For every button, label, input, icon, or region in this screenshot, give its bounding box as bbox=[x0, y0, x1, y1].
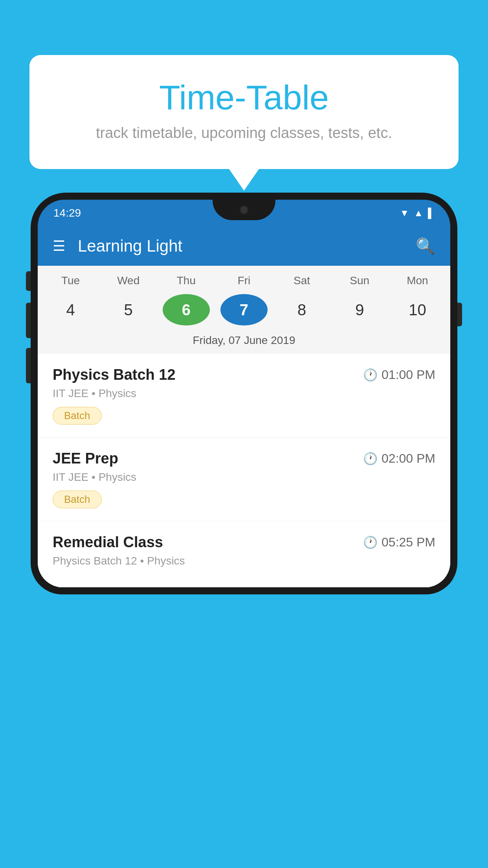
speech-bubble-container: Time-Table track timetable, upcoming cla… bbox=[29, 55, 459, 169]
clock-icon-2: 🕐 bbox=[363, 452, 378, 465]
camera-icon bbox=[240, 206, 248, 214]
schedule-item-title-2: JEE Prep bbox=[53, 450, 118, 467]
phone-outer: 14:29 ▼ ▲ ▌ ☰ Learning Light 🔍 Tue bbox=[31, 193, 457, 594]
volume-down-button bbox=[26, 348, 31, 383]
phone-frame: 14:29 ▼ ▲ ▌ ☰ Learning Light 🔍 Tue bbox=[31, 193, 457, 868]
day-name-thu: Thu bbox=[163, 274, 210, 287]
status-bar: 14:29 ▼ ▲ ▌ bbox=[38, 200, 450, 226]
schedule-item-1[interactable]: Physics Batch 12 🕐 01:00 PM IIT JEE • Ph… bbox=[38, 354, 450, 438]
app-bar: ☰ Learning Light 🔍 bbox=[38, 226, 450, 266]
day-name-sun: Sun bbox=[336, 274, 383, 287]
day-9[interactable]: 9 bbox=[336, 294, 383, 326]
speech-bubble: Time-Table track timetable, upcoming cla… bbox=[29, 55, 459, 169]
day-name-tue: Tue bbox=[47, 274, 94, 287]
batch-badge-2: Batch bbox=[53, 491, 102, 508]
silent-button bbox=[26, 271, 31, 291]
schedule-item-time-2: 🕐 02:00 PM bbox=[363, 451, 435, 466]
schedule-item-time-3: 🕐 05:25 PM bbox=[363, 535, 435, 550]
day-names-row: Tue Wed Thu Fri Sat Sun Mon bbox=[42, 266, 446, 291]
batch-badge-1: Batch bbox=[53, 407, 102, 425]
power-button bbox=[457, 303, 462, 326]
day-numbers-row: 4 5 6 7 8 9 10 bbox=[42, 291, 446, 334]
page-title: Time-Table bbox=[61, 79, 427, 117]
schedule-item-2[interactable]: JEE Prep 🕐 02:00 PM IIT JEE • Physics Ba… bbox=[38, 438, 450, 521]
day-10[interactable]: 10 bbox=[394, 294, 441, 326]
app-bar-title: Learning Light bbox=[78, 237, 416, 256]
day-5[interactable]: 5 bbox=[105, 294, 152, 326]
battery-icon: ▌ bbox=[428, 208, 435, 219]
phone-screen: 14:29 ▼ ▲ ▌ ☰ Learning Light 🔍 Tue bbox=[38, 200, 450, 587]
calendar-week: Tue Wed Thu Fri Sat Sun Mon 4 5 6 7 8 9 … bbox=[38, 266, 450, 354]
schedule-item-subtitle-2: IIT JEE • Physics bbox=[53, 471, 435, 484]
day-name-fri: Fri bbox=[220, 274, 268, 287]
schedule-list: Physics Batch 12 🕐 01:00 PM IIT JEE • Ph… bbox=[38, 354, 450, 587]
schedule-item-3[interactable]: Remedial Class 🕐 05:25 PM Physics Batch … bbox=[38, 521, 450, 587]
schedule-item-title-1: Physics Batch 12 bbox=[53, 366, 176, 383]
clock-icon-3: 🕐 bbox=[363, 535, 378, 549]
schedule-item-subtitle-3: Physics Batch 12 • Physics bbox=[53, 555, 435, 567]
day-name-wed: Wed bbox=[105, 274, 152, 287]
status-icons: ▼ ▲ ▌ bbox=[400, 208, 435, 219]
page-subtitle: track timetable, upcoming classes, tests… bbox=[61, 125, 427, 142]
day-6-today[interactable]: 6 bbox=[163, 294, 210, 326]
day-8[interactable]: 8 bbox=[278, 294, 325, 326]
schedule-item-time-label-1: 01:00 PM bbox=[382, 368, 435, 382]
hamburger-menu-icon[interactable]: ☰ bbox=[53, 238, 65, 254]
day-4[interactable]: 4 bbox=[47, 294, 94, 326]
notch bbox=[213, 200, 275, 220]
wifi-icon: ▼ bbox=[400, 208, 409, 219]
selected-date-label: Friday, 07 June 2019 bbox=[42, 334, 446, 354]
schedule-item-header-3: Remedial Class 🕐 05:25 PM bbox=[53, 534, 435, 551]
volume-up-button bbox=[26, 303, 31, 338]
schedule-item-time-1: 🕐 01:00 PM bbox=[363, 368, 435, 382]
schedule-item-title-3: Remedial Class bbox=[53, 534, 163, 551]
schedule-item-header-1: Physics Batch 12 🕐 01:00 PM bbox=[53, 366, 435, 383]
signal-icon: ▲ bbox=[414, 208, 423, 219]
search-icon[interactable]: 🔍 bbox=[416, 237, 435, 256]
clock-icon-1: 🕐 bbox=[363, 368, 378, 382]
schedule-item-subtitle-1: IIT JEE • Physics bbox=[53, 387, 435, 400]
schedule-item-time-label-3: 05:25 PM bbox=[382, 535, 435, 550]
day-name-sat: Sat bbox=[278, 274, 325, 287]
day-7-selected[interactable]: 7 bbox=[220, 294, 268, 326]
status-time: 14:29 bbox=[53, 207, 81, 219]
schedule-item-time-label-2: 02:00 PM bbox=[382, 451, 435, 466]
day-name-mon: Mon bbox=[394, 274, 441, 287]
schedule-item-header-2: JEE Prep 🕐 02:00 PM bbox=[53, 450, 435, 467]
